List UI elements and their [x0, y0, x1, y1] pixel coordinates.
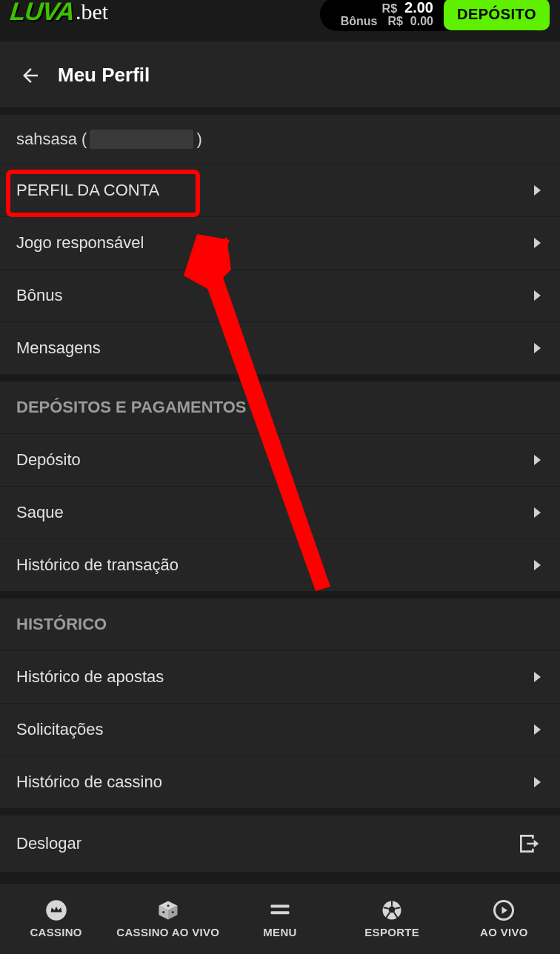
balance-currency: R$	[382, 3, 397, 16]
menu-item-deposito[interactable]: Depósito	[0, 433, 560, 486]
back-arrow-icon[interactable]	[19, 64, 41, 87]
svg-point-7	[167, 904, 169, 907]
menu-item-saque[interactable]: Saque	[0, 486, 560, 538]
chevron-right-icon	[534, 507, 541, 518]
bonus-label: Bônus	[341, 16, 378, 28]
nav-cassino[interactable]: CASSINO	[0, 899, 112, 938]
deposit-button[interactable]: DEPÓSITO	[444, 0, 550, 30]
username: sahsasa	[16, 130, 77, 149]
nav-label: CASSINO	[30, 926, 81, 938]
logout-icon	[517, 832, 541, 855]
chevron-right-icon	[534, 560, 541, 570]
menu-item-label: Histórico de apostas	[16, 667, 164, 687]
menu-item-label: Histórico de transação	[16, 556, 179, 575]
menu-item-historico-cassino[interactable]: Histórico de cassino	[0, 755, 560, 808]
page-title: Meu Perfil	[58, 64, 150, 87]
user-id-redacted	[90, 130, 193, 149]
menu-item-historico-transacao[interactable]: Histórico de transação	[0, 538, 560, 591]
menu-item-mensagens[interactable]: Mensagens	[0, 321, 560, 374]
nav-label: CASSINO AO VIVO	[116, 926, 219, 938]
balance-block: R$ 2.00 Bônus R$ 0.00 DEPÓSITO	[320, 0, 550, 31]
nav-label: ESPORTE	[364, 926, 419, 938]
menu-item-perfil-da-conta[interactable]: PERFIL DA CONTA	[0, 164, 560, 216]
menu-item-label: Histórico de cassino	[16, 773, 162, 792]
top-bar: LUVA .bet R$ 2.00 Bônus R$ 0.00 DEPÓSITO	[0, 0, 560, 41]
menu-item-label: Bônus	[16, 286, 62, 305]
chevron-right-icon	[534, 777, 541, 787]
chevron-right-icon	[534, 724, 541, 735]
menu-item-jogo-responsavel[interactable]: Jogo responsável	[0, 216, 560, 269]
nav-esporte[interactable]: ESPORTE	[336, 899, 448, 938]
soccer-ball-icon	[381, 899, 403, 921]
chevron-right-icon	[534, 238, 541, 248]
chevron-right-icon	[534, 185, 541, 196]
menu-item-label: Depósito	[16, 450, 81, 470]
balance-value: 2.00	[404, 0, 433, 16]
menu-item-deslogar[interactable]: Deslogar	[0, 815, 560, 872]
section-header-label: DEPÓSITOS E PAGAMENTOS	[16, 398, 247, 417]
nav-ao-vivo[interactable]: AO VIVO	[448, 899, 560, 938]
menu-item-label: Saque	[16, 503, 64, 522]
section-header-label: HISTÓRICO	[16, 615, 107, 634]
chevron-right-icon	[534, 672, 541, 682]
nav-cassino-ao-vivo[interactable]: CASSINO AO VIVO	[112, 899, 224, 938]
menu-item-solicitacoes[interactable]: Solicitações	[0, 703, 560, 755]
menu-item-label: Solicitações	[16, 720, 103, 739]
section-header-depositos: DEPÓSITOS E PAGAMENTOS	[0, 381, 560, 433]
svg-rect-10	[271, 905, 290, 908]
section-header-historico: HISTÓRICO	[0, 598, 560, 650]
logo-main: LUVA	[9, 0, 76, 26]
svg-point-9	[172, 911, 174, 913]
crown-icon	[45, 899, 67, 921]
svg-rect-11	[271, 911, 290, 914]
menu-item-historico-apostas[interactable]: Histórico de apostas	[0, 650, 560, 703]
menu-item-bonus[interactable]: Bônus	[0, 269, 560, 321]
chevron-right-icon	[534, 343, 541, 353]
bonus-currency: R$	[387, 16, 402, 28]
nav-label: MENU	[263, 926, 296, 938]
bonus-value: 0.00	[410, 16, 433, 28]
logo-suffix: .bet	[76, 0, 108, 24]
svg-point-8	[162, 911, 164, 913]
menu-item-label: Jogo responsável	[16, 233, 144, 253]
chevron-right-icon	[534, 455, 541, 465]
menu-item-label: PERFIL DA CONTA	[16, 181, 159, 200]
svg-marker-15	[502, 907, 508, 914]
logo[interactable]: LUVA .bet	[10, 0, 108, 26]
menu-item-label: Mensagens	[16, 338, 101, 358]
nav-menu[interactable]: MENU	[224, 899, 336, 938]
chevron-right-icon	[534, 290, 541, 301]
title-bar: Meu Perfil	[0, 41, 560, 115]
nav-label: AO VIVO	[480, 926, 528, 938]
logoff-label: Deslogar	[16, 834, 81, 853]
dice-icon	[157, 899, 179, 921]
play-circle-icon	[493, 899, 515, 921]
hamburger-icon	[267, 899, 293, 921]
user-row: sahsasa ( )	[0, 115, 560, 164]
bottom-nav: CASSINO CASSINO AO VIVO MENU	[0, 883, 560, 954]
